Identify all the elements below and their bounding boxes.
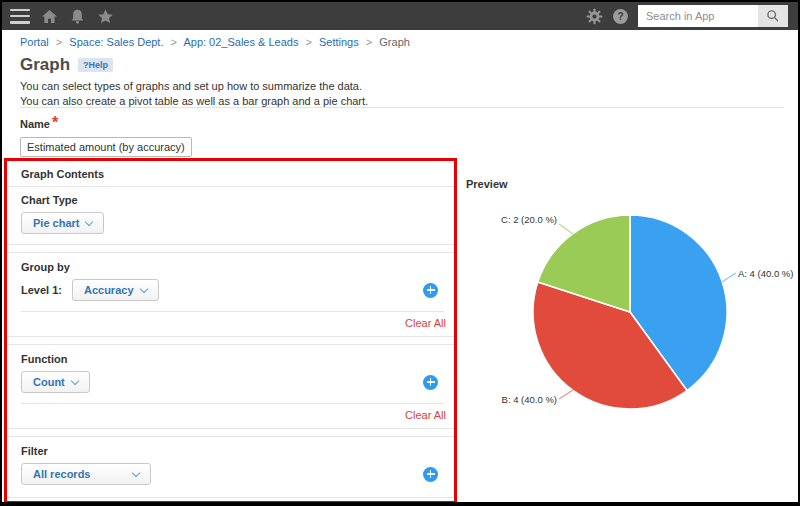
chevron-down-icon (85, 217, 93, 225)
page-description: You can select types of graphs and set u… (20, 79, 368, 109)
group-by-selected: Accuracy (84, 284, 134, 296)
search-icon (766, 9, 780, 23)
search-button[interactable] (758, 5, 788, 27)
level-1-label: Level 1: (21, 284, 62, 296)
help-link[interactable]: ?Help (78, 58, 113, 72)
group-by-dropdown[interactable]: Accuracy (72, 279, 159, 301)
notifications-icon[interactable] (69, 8, 86, 25)
chart-type-dropdown[interactable]: Pie chart (21, 212, 104, 234)
favorites-icon[interactable] (97, 8, 114, 25)
leader-line-c (559, 224, 573, 234)
name-label: Name (20, 118, 50, 130)
breadcrumb-space[interactable]: Space: Sales Dept. (69, 36, 163, 48)
breadcrumb-separator: > (366, 36, 372, 48)
preview-label: Preview (466, 178, 508, 190)
filter-selected: All records (33, 468, 90, 480)
help-icon[interactable]: ? (612, 8, 629, 25)
svg-text:?: ? (617, 11, 623, 22)
section-chart-type: Chart Type Pie chart (7, 187, 454, 245)
required-mark: * (52, 114, 58, 131)
breadcrumb-current: Graph (379, 36, 410, 48)
function-dropdown[interactable]: Count (21, 371, 90, 393)
function-label: Function (7, 351, 454, 365)
breadcrumb-app[interactable]: App: 02_Sales & Leads (183, 36, 298, 48)
chevron-down-icon (71, 376, 79, 384)
page-title: Graph (20, 55, 70, 75)
search-input[interactable] (638, 5, 758, 27)
pie-chart (480, 194, 800, 424)
menu-icon[interactable] (10, 9, 30, 24)
leader-line-b (559, 390, 573, 399)
breadcrumb: Portal > Space: Sales Dept. > App: 02_Sa… (20, 36, 410, 48)
section-function: Function Count Clear All (7, 344, 454, 429)
pie-label-c: C: 2 (20.0 %) (472, 214, 557, 225)
home-icon[interactable] (41, 8, 58, 25)
group-by-clear-all-link[interactable]: Clear All (405, 317, 446, 329)
breadcrumb-separator: > (56, 36, 62, 48)
app-window: ? Portal > Space: Sales Dept. > App: 02_… (0, 0, 800, 506)
chevron-down-icon (132, 468, 140, 476)
topbar: ? (2, 2, 798, 30)
panel-title: Graph Contents (7, 161, 454, 187)
add-filter-button[interactable] (423, 467, 438, 482)
breadcrumb-settings[interactable]: Settings (319, 36, 359, 48)
settings-icon[interactable] (586, 8, 603, 25)
section-group-by: Group by Level 1: Accuracy Clear All (7, 252, 454, 337)
add-group-by-level-button[interactable] (423, 283, 438, 298)
chevron-down-icon (139, 284, 147, 292)
filter-label: Filter (7, 443, 454, 457)
pie-label-b: B: 4 (40.0 %) (472, 394, 557, 405)
pie-label-a: A: 4 (40.0 %) (738, 268, 793, 279)
breadcrumb-portal[interactable]: Portal (20, 36, 49, 48)
group-by-label: Group by (7, 259, 454, 273)
breadcrumb-separator: > (171, 36, 177, 48)
add-function-button[interactable] (423, 375, 438, 390)
graph-name-input[interactable] (20, 137, 192, 157)
app-search (638, 5, 788, 27)
chart-type-selected: Pie chart (33, 217, 79, 229)
graph-contents-panel: Graph Contents Chart Type Pie chart Grou… (4, 158, 457, 504)
chart-type-label: Chart Type (7, 192, 454, 206)
filter-dropdown[interactable]: All records (21, 463, 151, 485)
function-clear-all-link[interactable]: Clear All (405, 409, 446, 421)
breadcrumb-separator: > (305, 36, 311, 48)
leader-line-a (722, 273, 736, 282)
section-filter: Filter All records (7, 436, 454, 498)
divider (20, 107, 784, 108)
function-selected: Count (33, 376, 65, 388)
description-line: You can select types of graphs and set u… (20, 79, 368, 94)
